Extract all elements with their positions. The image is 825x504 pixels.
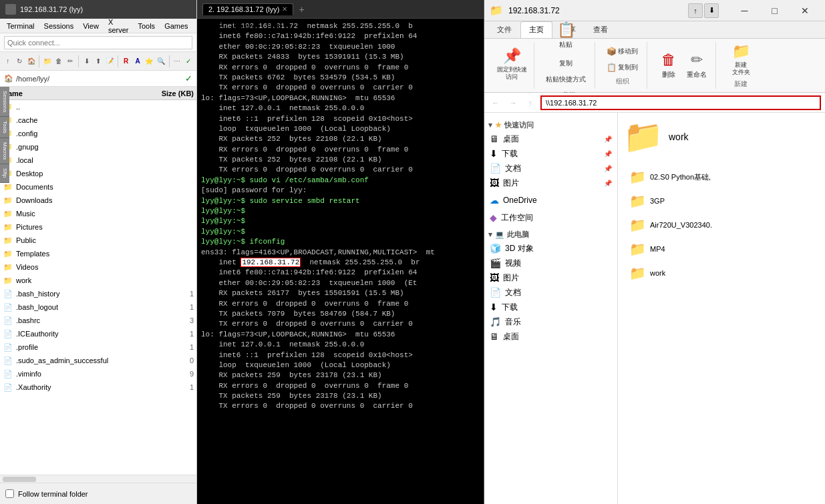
menu-settings[interactable]: Settings xyxy=(194,21,228,31)
h-scrollbar[interactable] xyxy=(0,475,196,483)
toolbar-btn-home[interactable]: 🏠 xyxy=(26,55,36,68)
toolbar-btn-filter[interactable]: 🔍 xyxy=(156,55,166,68)
explorer-folder-item[interactable]: 📁work xyxy=(623,262,730,284)
follow-terminal-checkbox[interactable] xyxy=(5,489,14,498)
sidebar-onedrive-item[interactable]: ☁ OneDrive xyxy=(484,193,617,208)
toolbar-btn-upload[interactable]: ⬆ xyxy=(93,55,103,68)
col-size-header[interactable]: Size (KB) xyxy=(147,89,194,97)
sidebar-docs[interactable]: 📄 文档 xyxy=(484,285,617,300)
toolbar-btn-download[interactable]: ⬇ xyxy=(81,55,92,68)
explorer-toolbar-btn1[interactable]: ↑ xyxy=(688,3,703,18)
sidebar-quick-access-header[interactable]: ▾ ★ 快速访问 xyxy=(484,118,617,132)
side-tab-tools[interactable]: Tools xyxy=(0,117,9,138)
sidebar-dl[interactable]: ⬇ 下载 xyxy=(484,300,617,314)
list-item[interactable]: 📁Music xyxy=(0,207,196,220)
list-item[interactable]: 📄.bashrc3 xyxy=(0,314,196,327)
terminal-tab-close[interactable]: ✕ xyxy=(282,5,287,13)
win-maximize-btn[interactable]: □ xyxy=(760,1,790,21)
list-item[interactable]: 📄.sudo_as_admin_successful0 xyxy=(0,354,196,367)
toolbar-btn-rename[interactable]: ✏ xyxy=(65,55,75,68)
sidebar-item-pictures[interactable]: 🖼 图片 📌 xyxy=(484,176,617,190)
ribbon-newfolder-btn[interactable]: 📁 新建文件夹 xyxy=(724,42,758,77)
ribbon-copyto-btn[interactable]: 📋 复制到 xyxy=(603,61,641,74)
ribbon-tab-view[interactable]: 查看 xyxy=(585,21,617,38)
toolbar-btn-new[interactable]: 📁 xyxy=(42,55,52,68)
h-scrollbar-thumb[interactable] xyxy=(3,477,36,482)
explorer-folder-item[interactable]: 📁MP4 xyxy=(623,238,730,260)
col-name-header[interactable]: Name xyxy=(3,89,147,97)
list-item[interactable]: 📄.Xauthority1 xyxy=(0,381,196,394)
sidebar-videos[interactable]: 🎬 视频 xyxy=(484,256,617,270)
ribbon-tab-file[interactable]: 文件 xyxy=(488,21,520,38)
terminal-content[interactable]: inet 192.168.31.72 netmask 255.255.255.0… xyxy=(197,19,484,504)
toolbar-btn-more[interactable]: ⋯ xyxy=(172,55,182,68)
explorer-folder-item[interactable]: 📁3GP xyxy=(623,190,730,212)
list-item[interactable]: 📄.bash_history1 xyxy=(0,287,196,300)
sidebar-3dobjects[interactable]: 🧊 3D 对象 xyxy=(484,241,617,256)
sidebar-item-documents[interactable]: 📄 文档 📌 xyxy=(484,161,617,176)
win-minimize-btn[interactable]: ─ xyxy=(729,1,760,21)
side-tab-macros[interactable]: Macros xyxy=(0,138,9,164)
menu-terminal[interactable]: Terminal xyxy=(3,21,39,31)
menu-view[interactable]: View xyxy=(79,21,103,31)
ribbon-paste-shortcut-btn[interactable]: 粘贴快捷方式 xyxy=(542,73,589,86)
list-item[interactable]: 📁work xyxy=(0,274,196,287)
list-item[interactable]: 📁Public xyxy=(0,234,196,247)
menu-xserver[interactable]: X server xyxy=(104,17,133,35)
ribbon-tab-home[interactable]: 主页 xyxy=(520,21,552,38)
side-tab-sessions[interactable]: Sessions xyxy=(0,87,9,117)
sidebar-workspace-item[interactable]: ◆ 工作空间 xyxy=(484,210,617,225)
sidebar-images[interactable]: 🖼 图片 xyxy=(484,270,617,285)
nav-up-btn[interactable]: ↑ xyxy=(523,95,538,110)
list-item[interactable]: 📄.bash_logout1 xyxy=(0,300,196,314)
list-item[interactable]: 📁Pictures xyxy=(0,220,196,234)
nav-back-btn[interactable]: ← xyxy=(488,95,503,110)
sidebar-thispc-header[interactable]: ▾ 💻 此电脑 xyxy=(484,228,617,241)
toolbar-btn-delete[interactable]: 🗑 xyxy=(53,55,63,68)
sidebar-desktop2[interactable]: 🖥 桌面 xyxy=(484,329,617,344)
menu-help[interactable]: Help xyxy=(263,21,286,31)
quick-connect-input[interactable] xyxy=(4,36,192,49)
menu-games[interactable]: Games xyxy=(160,21,192,31)
win-close-btn[interactable]: ✕ xyxy=(790,1,820,21)
ribbon-moveto-btn[interactable]: 📦 移动到 xyxy=(603,45,641,58)
address-input[interactable] xyxy=(540,95,821,110)
list-item[interactable]: 📄.ICEauthority1 xyxy=(0,327,196,340)
toolbar-btn-refresh[interactable]: ↻ xyxy=(14,55,24,68)
toolbar-btn-green[interactable]: ✓ xyxy=(184,55,194,68)
list-item[interactable]: 📁Desktop xyxy=(0,167,196,180)
ribbon-rename-btn[interactable]: ✏ 重命名 xyxy=(683,47,710,84)
menu-macros[interactable]: Macros xyxy=(229,21,261,31)
toolbar-btn-edit[interactable]: 📝 xyxy=(105,55,115,68)
list-item[interactable]: 📁Documents xyxy=(0,180,196,194)
list-item[interactable]: 📄.profile1 xyxy=(0,340,196,354)
list-item[interactable]: 📄.viminfo9 xyxy=(0,367,196,381)
list-item[interactable]: 📁Templates xyxy=(0,247,196,260)
list-item[interactable]: 📁.cache xyxy=(0,113,196,127)
ribbon-delete-btn[interactable]: 🗑 删除 xyxy=(655,47,682,84)
list-item[interactable]: 📁.. xyxy=(0,100,196,113)
sidebar-item-downloads[interactable]: ⬇ 下载 📌 xyxy=(484,146,617,161)
terminal-add-tab[interactable]: + xyxy=(299,4,304,15)
menu-sessions[interactable]: Sessions xyxy=(40,21,78,31)
list-item[interactable]: 📁Videos xyxy=(0,260,196,274)
toolbar-btn-a[interactable]: A xyxy=(132,55,142,68)
ribbon-copy-small[interactable]: 复制 xyxy=(556,57,576,70)
ribbon-copy-btn[interactable]: 📋 粘贴 xyxy=(549,17,583,54)
terminal-tab-1[interactable]: 2. 192.168.31.72 (lyy) ✕ xyxy=(202,3,293,15)
explorer-toolbar-btn2[interactable]: ⬇ xyxy=(704,3,719,18)
list-item[interactable]: 📁Downloads xyxy=(0,194,196,207)
toolbar-btn-1[interactable]: ↑ xyxy=(3,55,13,68)
sidebar-item-desktop[interactable]: 🖥 桌面 📌 xyxy=(484,132,617,146)
sidebar-music[interactable]: 🎵 音乐 xyxy=(484,314,617,329)
menu-tools[interactable]: Tools xyxy=(134,21,159,31)
ribbon-pin-btn[interactable]: 📌 固定到快速访问 xyxy=(495,45,528,83)
explorer-folder-item[interactable]: 📁Air720U_V302340. xyxy=(623,214,730,236)
side-tab-sftp[interactable]: Sftp xyxy=(0,164,9,182)
nav-forward-btn[interactable]: → xyxy=(506,95,520,110)
list-item[interactable]: 📁.gnupg xyxy=(0,140,196,154)
list-item[interactable]: 📁.local xyxy=(0,154,196,167)
toolbar-btn-r[interactable]: R xyxy=(121,55,131,68)
toolbar-btn-star[interactable]: ⭐ xyxy=(144,55,154,68)
list-item[interactable]: 📁.config xyxy=(0,127,196,140)
